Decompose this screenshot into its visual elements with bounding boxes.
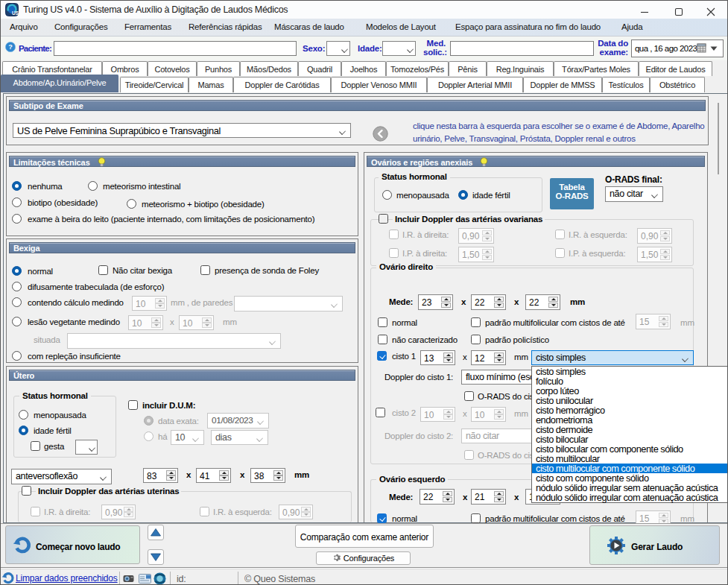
svg-text:US: US bbox=[12, 10, 19, 16]
svg-text:?: ? bbox=[8, 43, 13, 51]
